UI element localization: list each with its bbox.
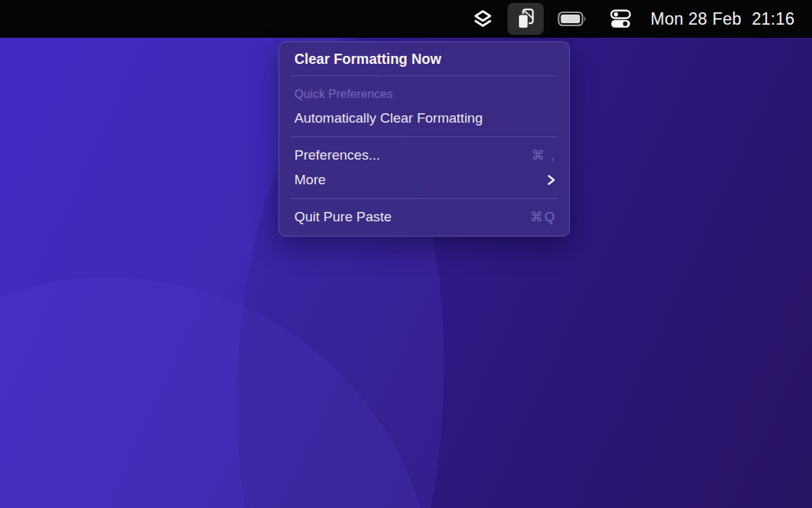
battery-icon bbox=[558, 10, 588, 28]
menu-separator bbox=[291, 75, 558, 76]
chevron-right-icon bbox=[547, 173, 556, 187]
menu-section-label: Quick Preferences bbox=[294, 87, 393, 101]
menu-item-more[interactable]: More bbox=[279, 168, 569, 192]
time-label: 21:16 bbox=[752, 9, 795, 29]
date-label: Mon 28 Feb bbox=[650, 9, 742, 29]
menu-separator bbox=[291, 136, 558, 137]
menubar-control-center-button[interactable] bbox=[602, 3, 639, 35]
keyboard-shortcut: ⌘Q bbox=[530, 209, 556, 225]
pure-paste-menu: Clear Formatting Now Quick Preferences A… bbox=[278, 41, 570, 237]
menu-item-label: Preferences... bbox=[294, 147, 380, 163]
menu-item-label: Quit Pure Paste bbox=[294, 209, 392, 225]
control-center-icon bbox=[609, 8, 632, 30]
menu-item-label: Clear Formatting Now bbox=[294, 51, 442, 67]
menu-section-quick-preferences: Quick Preferences bbox=[279, 83, 569, 104]
menu-bar: Mon 28 Feb 21:16 bbox=[0, 0, 812, 38]
menubar-clock[interactable]: Mon 28 Feb 21:16 bbox=[646, 3, 802, 35]
menubar-pure-paste-button[interactable] bbox=[508, 3, 544, 35]
menu-item-quit[interactable]: Quit Pure Paste ⌘Q bbox=[279, 205, 569, 229]
keyboard-shortcut: ⌘ , bbox=[531, 147, 556, 163]
layers-icon bbox=[472, 7, 494, 30]
menu-item-label: More bbox=[294, 172, 326, 188]
menu-item-label: Automatically Clear Formatting bbox=[294, 110, 483, 126]
menu-item-preferences[interactable]: Preferences... ⌘ , bbox=[279, 143, 569, 168]
menubar-layers-button[interactable] bbox=[465, 3, 501, 35]
menubar-battery-button[interactable] bbox=[550, 3, 595, 35]
menu-item-automatically-clear-formatting[interactable]: Automatically Clear Formatting bbox=[279, 104, 569, 133]
menu-separator bbox=[291, 198, 558, 199]
pure-paste-clipboard-icon bbox=[515, 7, 536, 31]
menu-item-clear-formatting-now[interactable]: Clear Formatting Now bbox=[279, 42, 569, 75]
